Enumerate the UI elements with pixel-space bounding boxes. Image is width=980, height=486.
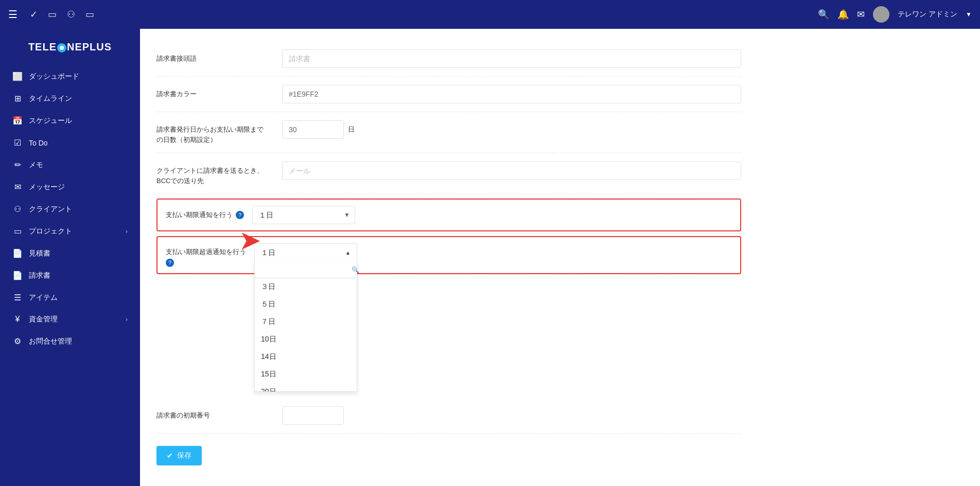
overdue-notify-search-input[interactable] [259,264,349,276]
sidebar-item-project[interactable]: ▭ プロジェクト › [0,220,140,242]
sidebar-item-dashboard[interactable]: ⬜ ダッシュボード [0,65,140,87]
sidebar-item-label: メモ [29,160,128,170]
invoice-color-input[interactable] [282,85,741,103]
sidebar-item-items[interactable]: ☰ アイテム [0,286,140,309]
top-header: ☰ ✓ ▭ ⚇ ▭ 🔍 🔔 ✉ テレワン アドミン ▼ [0,0,980,29]
invoice-prefix-input[interactable] [282,49,741,68]
sidebar-item-inquiry[interactable]: ⚙ お問合せ管理 [0,330,140,352]
project-chevron-icon: › [126,228,128,235]
invoice-number-input-area [282,406,741,425]
overdue-notify-selected: １日 [261,248,275,258]
calendar-icon[interactable]: ▭ [48,9,57,20]
task-icon[interactable]: ✓ [30,9,38,20]
invoice-color-input-area [282,85,741,103]
client-icon: ⚇ [12,204,23,214]
sidebar-item-finance[interactable]: ¥ 資金管理 › [0,309,140,330]
bcc-email-label: クライアントに請求書を送るとき、BCCでの送り先 [156,161,270,186]
mail-icon[interactable]: ✉ [857,9,865,20]
timeline-icon: ⊞ [12,94,23,103]
estimate-icon: 📄 [12,248,23,258]
overdue-notify-dropdown: １日 ▲ 🔍 ３日 ５日 ７日 1 [254,243,357,262]
dropdown-search-icon: 🔍 [352,266,359,274]
dropdown-item-20[interactable]: 20日 [255,383,357,391]
inquiry-icon: ⚙ [12,336,23,346]
logo-text: TELENEPLUS [28,41,112,53]
sidebar-item-estimate[interactable]: 📄 見積書 [0,242,140,264]
bcc-email-input-area [282,161,741,180]
sidebar-item-label: アイテム [29,293,128,302]
form-container: 請求書接頭語 請求書カラー 請求書発行日からお支払い期限までの日数（初期設定） [140,29,758,478]
form-row-invoice-number: 請求書の初期番号 [156,398,741,434]
sidebar-item-invoice[interactable]: 📄 請求書 [0,264,140,286]
form-row-payment-days: 請求書発行日からお支払い期限までの日数（初期設定） 日 [156,112,741,153]
payment-days-input-area: 日 [282,120,741,139]
overdue-notify-up-arrow-icon: ▲ [345,250,351,256]
avatar[interactable] [873,6,889,23]
memo-icon: ✏ [12,160,23,170]
sidebar-item-label: クライアント [29,205,128,214]
sidebar-item-label: 見積書 [29,249,128,258]
dropdown-item-15[interactable]: 15日 [255,366,357,383]
invoice-number-label: 請求書の初期番号 [156,406,270,421]
dropdown-item-14[interactable]: 14日 [255,348,357,366]
search-icon[interactable]: 🔍 [818,9,829,20]
overdue-notify-help-icon[interactable]: ? [166,259,174,267]
logo-circle [57,43,66,52]
overdue-notify-options-list: ３日 ５日 ７日 10日 14日 15日 20日 30日 [255,278,357,391]
users-icon[interactable]: ⚇ [67,9,75,20]
main-layout: TELENEPLUS ⬜ ダッシュボード ⊞ タイムライン 📅 スケジュール ☑… [0,29,980,486]
overdue-notify-trigger[interactable]: １日 ▲ [254,243,357,262]
dropdown-item-3[interactable]: ３日 [255,278,357,296]
dropdown-item-5[interactable]: ５日 [255,296,357,313]
logo: TELENEPLUS [0,33,140,65]
payment-notify-select-wrapper: １日 ３日 ５日 ７日 10日 14日 15日 20日 30日 ▼ [252,206,355,224]
finance-icon: ¥ [12,315,23,324]
payment-days-inline: 日 [282,120,741,139]
bell-icon[interactable]: 🔔 [837,9,849,20]
save-check-icon: ✔ [167,452,173,460]
invoice-number-input[interactable] [282,406,344,425]
payment-notify-select[interactable]: １日 ３日 ５日 ７日 10日 14日 15日 20日 30日 [252,206,355,224]
payment-days-input[interactable] [282,120,344,139]
save-button[interactable]: ✔ 保存 [156,446,202,465]
overdue-notify-panel: 🔍 ３日 ５日 ７日 10日 14日 15日 20日 30日 [254,262,357,392]
dropdown-item-7[interactable]: ７日 [255,313,357,331]
form-row-invoice-color: 請求書カラー [156,77,741,112]
header-left: ☰ ✓ ▭ ⚇ ▭ [8,8,94,21]
sidebar-item-todo[interactable]: ☑ To Do [0,132,140,154]
form-row-overdue-notify: 支払い期限超過通知を行う ? １日 ▲ 🔍 [156,234,741,275]
form-row-invoice-prefix: 請求書接頭語 [156,41,741,77]
overdue-notify-search-box: 🔍 [255,262,357,278]
sidebar-item-label: タイムライン [29,94,128,103]
user-name[interactable]: テレワン アドミン [898,10,957,19]
hamburger-icon[interactable]: ☰ [8,8,18,21]
sidebar-item-label: メッセージ [29,183,128,192]
payment-days-label: 請求書発行日からお支払い期限までの日数（初期設定） [156,120,270,145]
payment-notify-label: 支払い期限通知を行う ? [166,210,244,220]
items-icon: ☰ [12,293,23,302]
sidebar-item-memo[interactable]: ✏ メモ [0,154,140,176]
overdue-notify-label-text: 支払い期限超過通知を行う [166,248,246,256]
sidebar-item-message[interactable]: ✉ メッセージ [0,176,140,198]
content-area: 請求書接頭語 請求書カラー 請求書発行日からお支払い期限までの日数（初期設定） [140,29,980,486]
payment-notify-label-text: 支払い期限通知を行う [166,210,233,220]
dropdown-item-10[interactable]: 10日 [255,331,357,348]
red-arrow-icon: ➤ [239,227,261,254]
sidebar: TELENEPLUS ⬜ ダッシュボード ⊞ タイムライン 📅 スケジュール ☑… [0,29,140,486]
sidebar-item-label: ダッシュボード [29,72,128,81]
invoice-prefix-input-area [282,49,741,68]
payment-notify-help-icon[interactable]: ? [236,211,244,219]
sidebar-item-schedule[interactable]: 📅 スケジュール [0,110,140,132]
bcc-email-input[interactable] [282,161,741,180]
overdue-notify-label: 支払い期限超過通知を行う ? [166,243,246,267]
finance-chevron-icon: › [126,316,128,323]
sidebar-item-timeline[interactable]: ⊞ タイムライン [0,87,140,110]
sidebar-item-label: 請求書 [29,271,128,280]
message-icon: ✉ [12,182,23,192]
project-icon: ▭ [12,226,23,236]
monitor-icon[interactable]: ▭ [85,9,94,20]
sidebar-item-client[interactable]: ⚇ クライアント [0,198,140,220]
sidebar-item-label: To Do [29,139,128,147]
calendar-sidebar-icon: 📅 [12,116,23,125]
invoice-color-label: 請求書カラー [156,85,270,99]
